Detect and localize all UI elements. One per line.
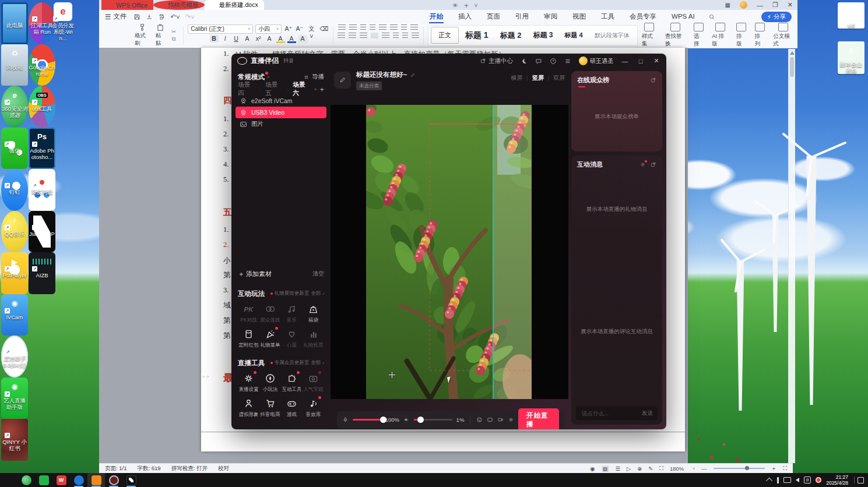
increase-font-icon[interactable]: A⁺ bbox=[284, 25, 293, 33]
print-icon[interactable] bbox=[158, 13, 165, 20]
display-tab-portrait[interactable]: 竖屏 bbox=[532, 74, 544, 82]
add-material-button[interactable]: ＋ 添加素材 bbox=[238, 270, 272, 278]
sort-icon[interactable] bbox=[390, 24, 398, 30]
outline-view-icon[interactable]: ☰ bbox=[616, 465, 621, 472]
menu-item[interactable]: WPS AI bbox=[664, 10, 702, 23]
desktop-icon[interactable]: ♪↗ QQ音乐 bbox=[1, 211, 28, 253]
table-handle-icon[interactable]: ⁘⁘ bbox=[202, 376, 206, 383]
speaker-icon[interactable] bbox=[403, 416, 410, 424]
anchor-center-button[interactable]: 主播中心 bbox=[480, 57, 513, 65]
menu-item[interactable]: 审阅 bbox=[536, 10, 565, 23]
source-item[interactable]: USB3 Video bbox=[236, 107, 326, 118]
settings-gear-icon[interactable] bbox=[508, 416, 514, 424]
display-tab-dual[interactable]: 双屏 bbox=[553, 74, 565, 82]
focus-mode-icon[interactable]: ⛶ bbox=[659, 465, 663, 472]
clear-format-icon[interactable]: ⌫ bbox=[319, 25, 329, 33]
interact-item[interactable]: 心愿 bbox=[281, 328, 303, 349]
web-view-icon[interactable]: ⊕ bbox=[637, 465, 642, 472]
align-right-icon[interactable] bbox=[360, 33, 367, 38]
font-style-button[interactable]: B bbox=[210, 35, 219, 43]
desktop-icon[interactable]: ◉↗ 艺人直播助手版 bbox=[1, 377, 28, 419]
layout-icon[interactable]: ▦ bbox=[725, 2, 730, 8]
status-item[interactable]: 页面: 1/1 bbox=[105, 465, 127, 472]
tool-item[interactable]: 人气宝箱 bbox=[303, 372, 324, 393]
ribbon-tool-button[interactable]: 公文模式 bbox=[769, 23, 797, 48]
tray-input-language-icon[interactable]: 拼 bbox=[804, 477, 811, 484]
menu-item[interactable]: 开始 bbox=[422, 10, 451, 23]
share-button[interactable]: ⚡分享 bbox=[761, 12, 792, 22]
desktop-icon[interactable]: ♻↗ 回收站 bbox=[1, 44, 28, 86]
tools-update-link[interactable]: 专属会员更新至全部› bbox=[270, 359, 324, 366]
director-button[interactable]: 导播 bbox=[303, 73, 324, 81]
align-center-icon[interactable] bbox=[349, 33, 356, 38]
tool-item[interactable]: 互动工具 bbox=[281, 372, 303, 393]
font-style-button[interactable]: I bbox=[221, 35, 230, 43]
zoom-out-button[interactable]: — bbox=[701, 465, 707, 472]
main-menu-icon[interactable] bbox=[564, 58, 571, 65]
zoom-slider[interactable] bbox=[714, 468, 765, 469]
edit-cover-button[interactable] bbox=[334, 72, 351, 89]
page-view-icon[interactable]: ▤ bbox=[602, 465, 609, 472]
redo-icon[interactable]: ↷˅ bbox=[185, 13, 195, 21]
desktop-icon[interactable]: ◉↗ iVCam bbox=[1, 294, 28, 336]
style-item[interactable]: 标题 2 bbox=[495, 30, 527, 41]
style-item[interactable]: 默认段落字体 bbox=[589, 31, 635, 40]
bullet-list-icon[interactable] bbox=[338, 24, 346, 30]
zoom-chevron-icon[interactable]: ˅ bbox=[693, 467, 695, 471]
style-item[interactable]: 标题 1 bbox=[460, 30, 494, 41]
message-settings-gear-icon[interactable] bbox=[639, 161, 646, 168]
live-maximize-button[interactable]: □ bbox=[637, 58, 645, 65]
menu-item[interactable]: 工具 bbox=[593, 10, 622, 23]
distribute-icon[interactable] bbox=[382, 33, 389, 38]
save-icon[interactable] bbox=[133, 13, 140, 20]
desktop-icon[interactable]: ↗ QINYY 小红书 bbox=[1, 419, 28, 461]
search-icon[interactable] bbox=[708, 13, 715, 20]
paste-button[interactable]: 粘贴 bbox=[153, 23, 168, 47]
maximize-button[interactable]: ❐ bbox=[772, 1, 778, 9]
banner-icon[interactable] bbox=[487, 416, 493, 424]
tray-display-icon[interactable] bbox=[783, 477, 791, 483]
number-list-icon[interactable] bbox=[349, 24, 357, 30]
taskbar-app-button[interactable] bbox=[35, 473, 52, 487]
new-tab-button[interactable]: + bbox=[464, 1, 469, 10]
desktop-icon[interactable]: Ps↗ Adobe Photosho... bbox=[29, 128, 55, 170]
decrease-indent-icon[interactable] bbox=[360, 24, 366, 30]
emoji-icon[interactable] bbox=[476, 416, 483, 424]
clear-button[interactable]: 清空 bbox=[312, 270, 324, 278]
taskbar-app-button[interactable] bbox=[87, 473, 105, 487]
scene-chevron-icon[interactable]: ˅ bbox=[314, 87, 317, 91]
wps-document-tab[interactable]: 找稿壳模板 bbox=[153, 0, 205, 10]
taskbar-app-button[interactable] bbox=[105, 473, 122, 487]
tool-item[interactable]: 游戏 bbox=[281, 397, 303, 418]
desktop-icon[interactable]: W↗ uid bbox=[838, 2, 865, 29]
wps-document-tab[interactable]: WPS Office bbox=[101, 0, 153, 10]
desktop-icon[interactable]: ↗ 钉钉 bbox=[1, 169, 28, 211]
ribbon-tool-button[interactable]: AI 排版 bbox=[708, 23, 732, 48]
tray-security-icon[interactable] bbox=[816, 477, 821, 483]
tool-item[interactable]: 直播设置 bbox=[238, 372, 259, 393]
desktop-icon[interactable]: e↗ 会员分发系统-Win... bbox=[50, 2, 76, 41]
send-button[interactable]: 发送 bbox=[642, 410, 653, 417]
close-button[interactable]: ✕ bbox=[788, 1, 793, 9]
menu-item[interactable]: 插入 bbox=[451, 10, 479, 23]
fullscreen-icon[interactable]: ⛶ bbox=[783, 465, 787, 472]
increase-indent-icon[interactable] bbox=[370, 24, 375, 30]
wps-scrollbar[interactable] bbox=[788, 49, 795, 463]
output-icon[interactable] bbox=[146, 13, 153, 20]
scene-tab[interactable]: 场景五 bbox=[265, 81, 282, 97]
font-style-button[interactable]: A bbox=[243, 35, 252, 43]
desktop-icon[interactable]: OBS↗ obs工具 bbox=[29, 86, 55, 128]
copy-icon[interactable]: ⧉ bbox=[171, 36, 175, 43]
interact-item[interactable]: 福袋 bbox=[303, 303, 324, 324]
play-view-icon[interactable]: ▷ bbox=[627, 465, 631, 472]
interact-item[interactable]: 观众连线 bbox=[259, 303, 281, 324]
interact-update-link[interactable]: 礼物展馆更新至全部› bbox=[270, 290, 324, 297]
font-style-button[interactable]: A bbox=[287, 35, 296, 43]
scene-tab[interactable]: 场景四 bbox=[238, 81, 254, 97]
tool-item[interactable]: 抖音电商 bbox=[259, 397, 281, 418]
undo-icon[interactable]: ↶˅ bbox=[170, 13, 180, 21]
wps-document-tab[interactable]: 最新搭建.docx bbox=[205, 0, 264, 10]
tool-item[interactable]: 虚拟形象 bbox=[238, 397, 259, 418]
ribbon-tool-button[interactable]: 样式集 bbox=[638, 23, 661, 48]
file-menu[interactable]: 文件 bbox=[113, 12, 126, 21]
